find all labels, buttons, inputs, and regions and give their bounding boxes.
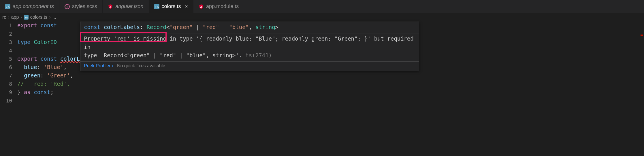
- code-editor[interactable]: 1 2 3 4 5 6 7 8 9 10 export const type C…: [0, 21, 644, 105]
- hover-tooltip: const colorLabels: Record<"green" | "red…: [80, 22, 419, 71]
- hover-signature: const colorLabels: Record<"green" | "red…: [80, 22, 419, 33]
- chevron-right-icon: ›: [8, 15, 9, 20]
- line-number: 6: [0, 63, 12, 71]
- code-line[interactable]: // red: 'Red',: [17, 80, 644, 88]
- svg-text:S: S: [67, 5, 68, 8]
- line-number: 10: [0, 96, 12, 105]
- svg-text:A: A: [109, 5, 111, 8]
- hover-error-message: Property 'red' is missing in type '{ rea…: [80, 33, 419, 61]
- breadcrumb[interactable]: rc › app › TS colors.ts › ...: [0, 13, 644, 21]
- angular-icon: A: [108, 4, 113, 9]
- hover-actions: Peek Problem No quick fixes available: [80, 61, 419, 71]
- tab-colors-ts[interactable]: TS colors.ts ×: [149, 0, 194, 13]
- line-number: 4: [0, 46, 12, 55]
- breadcrumb-segment[interactable]: app: [11, 15, 19, 20]
- svg-text:A: A: [200, 5, 202, 8]
- tab-app-component[interactable]: TS app.component.ts: [0, 0, 59, 13]
- tab-bar: TS app.component.ts S styles.scss A angu…: [0, 0, 644, 13]
- tab-label: angular.json: [115, 3, 143, 9]
- ts-icon: TS: [24, 15, 29, 20]
- tab-label: styles.scss: [72, 3, 97, 9]
- code-line[interactable]: [17, 96, 644, 105]
- breadcrumb-segment[interactable]: colors.ts: [30, 15, 48, 20]
- code-area[interactable]: export const type ColorID export const c…: [17, 21, 644, 105]
- ts-icon: TS: [154, 4, 159, 9]
- svg-text:TS: TS: [6, 5, 10, 8]
- angular-icon: A: [199, 4, 204, 9]
- line-number: 7: [0, 71, 12, 80]
- chevron-right-icon: ›: [49, 15, 50, 20]
- line-number: 9: [0, 88, 12, 96]
- peek-problem-link[interactable]: Peek Problem: [84, 63, 113, 68]
- breadcrumb-segment[interactable]: ...: [52, 15, 56, 20]
- tab-label: app.module.ts: [206, 3, 239, 9]
- line-number-gutter: 1 2 3 4 5 6 7 8 9 10: [0, 21, 17, 105]
- chevron-right-icon: ›: [20, 15, 22, 20]
- svg-text:TS: TS: [25, 16, 28, 19]
- tab-angular-json[interactable]: A angular.json: [103, 0, 149, 13]
- line-number: 2: [0, 30, 12, 38]
- line-number: 1: [0, 21, 12, 30]
- line-number: 5: [0, 55, 12, 63]
- svg-text:TS: TS: [155, 5, 159, 8]
- tab-label: app.component.ts: [13, 3, 54, 9]
- line-number: 3: [0, 38, 12, 46]
- ts-icon: TS: [5, 4, 10, 9]
- scss-icon: S: [65, 4, 70, 9]
- breadcrumb-segment[interactable]: rc: [2, 15, 6, 20]
- code-line[interactable]: } as const;: [17, 88, 644, 96]
- tab-app-module[interactable]: A app.module.ts: [193, 0, 244, 13]
- tab-label: colors.ts: [162, 3, 181, 9]
- no-quick-fixes-label: No quick fixes available: [117, 63, 165, 68]
- close-icon[interactable]: ×: [185, 3, 188, 9]
- line-number: 8: [0, 80, 12, 88]
- scrollbar[interactable]: [639, 21, 644, 156]
- code-line[interactable]: green: 'Green',: [17, 71, 644, 80]
- tab-styles-scss[interactable]: S styles.scss: [59, 0, 103, 13]
